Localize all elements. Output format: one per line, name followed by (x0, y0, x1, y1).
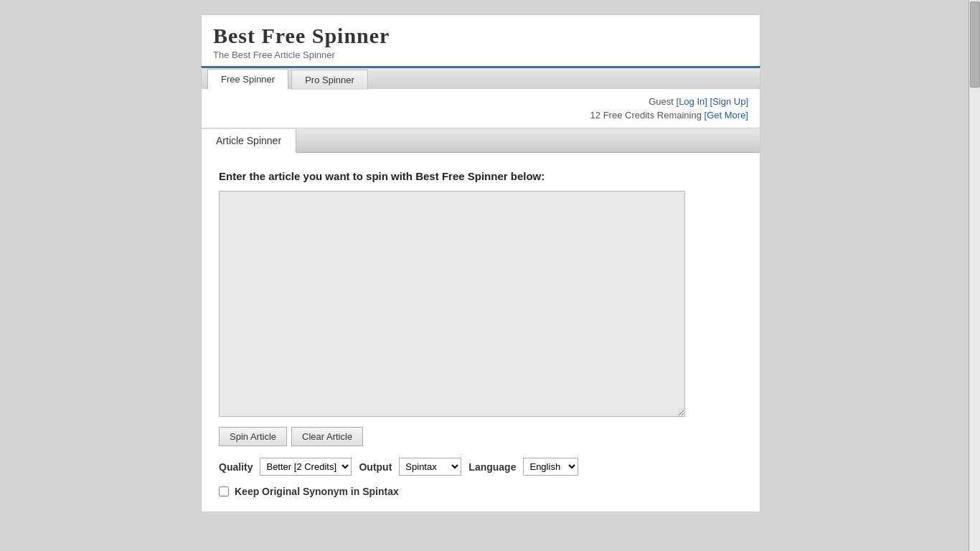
keep-original-checkbox[interactable] (219, 486, 229, 496)
keep-original-label: Keep Original Synonym in Spintax (235, 486, 399, 497)
content-body: Enter the article you want to spin with … (202, 153, 760, 512)
scrollbar-thumb[interactable] (970, 1, 980, 88)
instruction-text: Enter the article you want to spin with … (219, 170, 743, 182)
spin-article-button[interactable]: Spin Article (219, 427, 287, 446)
page-wrapper: Best Free Spinner The Best Free Article … (0, 0, 980, 551)
clear-article-button[interactable]: Clear Article (291, 427, 363, 446)
content-tab-bar: Article Spinner (202, 128, 760, 153)
article-textarea[interactable] (219, 191, 685, 417)
language-select[interactable]: English Spanish French German (523, 458, 578, 476)
content-panel: Article Spinner Enter the article you wa… (201, 128, 760, 512)
quality-select[interactable]: Better [2 Credits] Good [1 Credit] Best … (260, 458, 352, 476)
get-more-link[interactable]: [Get More] (705, 110, 748, 121)
button-row: Spin Article Clear Article (219, 427, 743, 446)
tab-pro-spinner[interactable]: Pro Spinner (291, 70, 368, 90)
quality-label: Quality (219, 461, 253, 473)
credits-text: 12 Free Credits Remaining (590, 110, 702, 121)
options-row: Quality Better [2 Credits] Good [1 Credi… (219, 458, 743, 476)
credits-line: 12 Free Credits Remaining [Get More] (213, 110, 748, 121)
site-subtitle: The Best Free Article Spinner (213, 50, 748, 60)
site-header: Best Free Spinner The Best Free Article … (201, 14, 760, 66)
login-link[interactable]: [Log In] (677, 96, 707, 107)
signup-link[interactable]: [Sign Up] (710, 96, 748, 107)
tab-article-spinner[interactable]: Article Spinner (202, 129, 296, 153)
main-container: Best Free Spinner The Best Free Article … (201, 0, 775, 512)
user-bar: Guest [Log In] [Sign Up] 12 Free Credits… (201, 89, 760, 128)
output-label: Output (359, 461, 392, 473)
language-label: Language (468, 461, 516, 473)
nav-tabs-bar: Free Spinner Pro Spinner (201, 66, 760, 89)
scrollbar[interactable] (969, 0, 980, 551)
tab-filler (296, 128, 760, 152)
checkbox-row: Keep Original Synonym in Spintax (219, 486, 743, 497)
output-select[interactable]: Spintax Plain Text (399, 458, 461, 476)
guest-status-line: Guest [Log In] [Sign Up] (213, 96, 748, 107)
site-title: Best Free Spinner (213, 24, 748, 48)
tab-free-spinner[interactable]: Free Spinner (207, 69, 288, 90)
guest-label: Guest (649, 96, 674, 107)
